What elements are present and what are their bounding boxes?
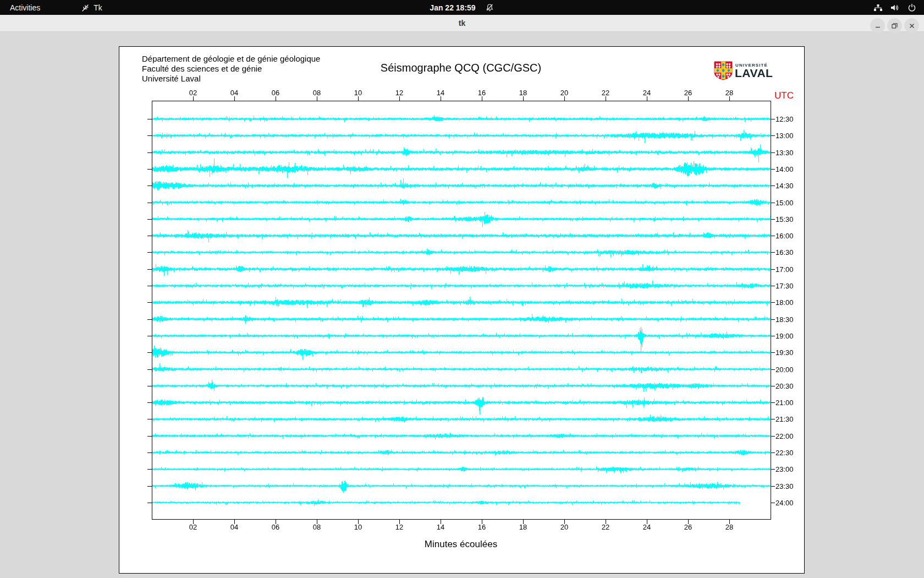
desktop-screen: { "topbar": { "activities_label": "Activ… [0, 0, 924, 578]
utc-time-label: 18:00 [776, 298, 794, 307]
utc-time-label: 18:30 [776, 315, 794, 323]
utc-time-label: 20:30 [776, 381, 794, 390]
utc-time-label: 12:30 [776, 115, 794, 123]
utc-time-label: 23:00 [776, 465, 794, 473]
x-tick-label-top: 28 [725, 89, 733, 97]
x-tick-label-bottom: 24 [643, 523, 651, 531]
x-tick-label-top: 02 [189, 89, 197, 97]
notifications-off-icon [486, 3, 494, 12]
x-tick-label-bottom: 22 [602, 523, 609, 531]
minimize-button[interactable] [870, 18, 885, 33]
laval-shield-icon [714, 61, 733, 80]
maximize-button[interactable] [887, 18, 902, 33]
system-status-area[interactable] [873, 3, 916, 12]
x-tick-label-top: 18 [519, 89, 527, 97]
utc-time-label: 23:30 [776, 482, 794, 490]
x-tick-label-bottom: 20 [560, 523, 568, 531]
x-tick-label-bottom: 08 [313, 523, 321, 531]
window-titlebar: tk [0, 15, 924, 32]
utc-time-label: 14:00 [776, 165, 794, 173]
x-tick-label-bottom: 12 [395, 523, 403, 531]
utc-time-label: 17:30 [776, 282, 794, 290]
utc-time-label: 14:30 [776, 182, 794, 190]
x-tick-label-bottom: 02 [189, 523, 197, 531]
utc-time-label: 13:00 [776, 132, 794, 140]
clock-label[interactable]: Jan 22 18:59 [430, 0, 475, 15]
focused-app-menu[interactable]: Tk [76, 0, 108, 15]
utc-time-label: 16:30 [776, 248, 794, 257]
tk-feather-icon [81, 3, 90, 12]
x-tick-label-top: 24 [643, 89, 651, 97]
utc-time-label: 16:00 [776, 232, 794, 240]
utc-time-label: 13:30 [776, 148, 794, 156]
x-tick-label-top: 20 [560, 89, 568, 97]
logo-laval-text: LAVAL [735, 67, 773, 80]
universite-laval-logo: UNIVERSITÉ LAVAL [714, 59, 774, 81]
utc-time-label: 19:30 [776, 348, 794, 357]
x-tick-label-top: 06 [272, 89, 279, 97]
x-tick-label-bottom: 14 [437, 523, 444, 531]
utc-time-label: 21:30 [776, 415, 794, 423]
x-tick-label-top: 26 [684, 89, 692, 97]
plot-title: Séismographe QCQ (CGC/GSC) [381, 62, 541, 74]
x-tick-label-bottom: 10 [354, 523, 362, 531]
utc-time-label: 19:00 [776, 331, 794, 340]
wired-network-icon [873, 3, 883, 12]
activities-button[interactable]: Activities [4, 0, 46, 15]
utc-axis-label: UTC [774, 90, 794, 101]
utc-time-label: 22:30 [776, 449, 794, 457]
x-tick-label-bottom: 16 [478, 523, 486, 531]
x-tick-label-bottom: 06 [272, 523, 279, 531]
gnome-top-bar: Activities Tk Jan 22 18:59 [0, 0, 924, 15]
window-title: tk [459, 19, 465, 28]
utc-time-label: 17:00 [776, 265, 794, 273]
x-tick-label-top: 04 [230, 89, 238, 97]
x-tick-label-top: 16 [478, 89, 486, 97]
utc-time-label: 21:00 [776, 399, 794, 407]
volume-icon [890, 3, 900, 12]
x-tick-label-top: 08 [313, 89, 321, 97]
power-icon [908, 3, 916, 12]
x-tick-label-top: 14 [437, 89, 444, 97]
x-axis-title: Minutes écoulées [425, 539, 497, 550]
close-button[interactable] [904, 18, 919, 33]
institution-text: Département de géologie et de génie géol… [142, 54, 320, 84]
x-tick-label-top: 12 [395, 89, 403, 97]
x-tick-label-bottom: 26 [684, 523, 692, 531]
x-tick-label-bottom: 28 [725, 523, 733, 531]
utc-time-label: 20:00 [776, 365, 794, 373]
x-tick-label-top: 22 [602, 89, 609, 97]
utc-time-label: 15:30 [776, 215, 794, 223]
seismogram-traces [119, 46, 805, 574]
x-tick-label-bottom: 04 [230, 523, 238, 531]
utc-time-label: 22:00 [776, 432, 794, 440]
utc-time-label: 24:00 [776, 498, 794, 506]
x-tick-label-top: 10 [354, 89, 362, 97]
focused-app-name: Tk [94, 3, 102, 12]
x-tick-label-bottom: 18 [519, 523, 527, 531]
utc-time-label: 15:00 [776, 198, 794, 206]
